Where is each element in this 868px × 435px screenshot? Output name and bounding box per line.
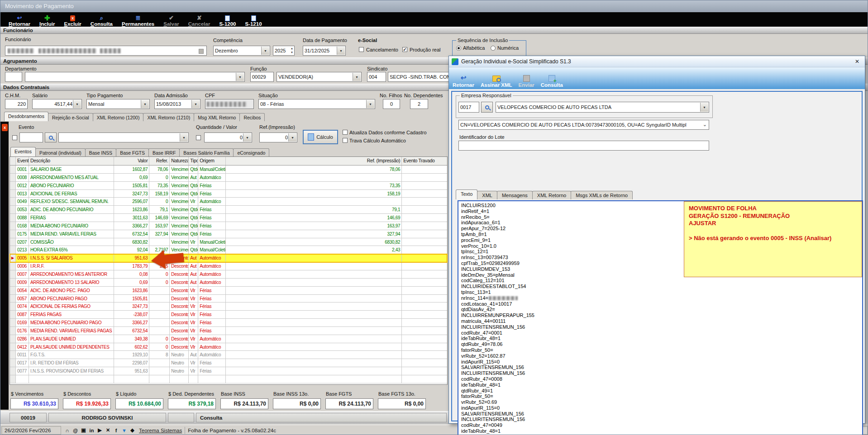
close-icon[interactable]: ✕ (853, 58, 861, 66)
table-row[interactable]: 0049REFLEXO S/DESC. SEMANAL REMUN.2596,0… (10, 198, 447, 206)
calculo-button[interactable]: Cálculo (303, 130, 338, 144)
filter-icon[interactable]: ▼ (121, 427, 128, 434)
table-row[interactable]: 0006I.R.R.F.1783,7927,5DescontoAutAutomá… (10, 262, 447, 270)
trava-label[interactable]: Trava Cálculo Automático (349, 138, 406, 143)
row-selector[interactable] (10, 165, 16, 173)
at-icon[interactable]: @ (72, 427, 79, 434)
table-row[interactable]: 0169MEDIA ABONO PECUNIARIO PAGO3366,27De… (10, 319, 447, 327)
chevron-down-icon[interactable]: ▼ (337, 47, 345, 55)
trava-checkbox[interactable] (343, 138, 348, 143)
funcao-select[interactable]: VENDEDOR(A)▼ (277, 72, 362, 82)
chevron-down-icon[interactable]: ▼ (236, 73, 244, 81)
tab-base-irrf[interactable]: Base IRRF (148, 148, 180, 156)
table-row[interactable]: 0001SALARIO BASE1602,8778,06VencimentoQt… (10, 165, 447, 174)
row-selector[interactable] (10, 359, 16, 367)
alfabetica-label[interactable]: Alfabética (463, 45, 485, 51)
evento-code-field[interactable] (19, 132, 43, 142)
tipo-pagamento-select[interactable]: Mensal▼ (86, 99, 150, 109)
tab-patronal-individual-[interactable]: Patronal (individual) (35, 148, 86, 156)
row-selector[interactable] (10, 287, 16, 294)
empresa-code-field[interactable]: 0017 (458, 102, 479, 113)
table-row[interactable]: 0011F.G.T.S.1929,108NeutroAutAutomático (10, 351, 447, 359)
toolbar-button-permanentes[interactable]: ≣Permanentes (117, 12, 159, 28)
toolbar-button-s-1200[interactable]: S-1200 (215, 12, 240, 28)
table-row[interactable]: 0087FERIAS PAGAS-238,07DescontoVlrFérias (10, 311, 447, 319)
evento-select[interactable]: ▼ (58, 132, 189, 142)
lote-field[interactable] (458, 141, 709, 151)
funcao-code-field[interactable]: 00029 (250, 72, 274, 82)
table-row[interactable]: 0088FERIAS3011,63146,69VencimentoQtdeFér… (10, 214, 447, 222)
table-row[interactable]: 0013ADICIONAL DE FERIAS3247,73158,19Venc… (10, 190, 447, 198)
filhos-field[interactable]: 0 (383, 99, 400, 109)
chm-field[interactable]: 220 (5, 99, 28, 109)
row-selector[interactable] (10, 198, 16, 205)
tab-recibos[interactable]: Recibos (239, 113, 265, 121)
competencia-month-select[interactable]: Dezembro▼ (213, 46, 270, 56)
row-selector[interactable]: ▶ (10, 254, 16, 262)
tab-base-fgts[interactable]: Base FGTS (116, 148, 149, 156)
departamento-select[interactable]: ▼ (25, 72, 245, 82)
tab-xml-retorno-1200-[interactable]: XML Retorno (1200) (93, 113, 144, 121)
chevron-down-icon[interactable]: ⌄ (703, 122, 707, 128)
row-selector[interactable] (10, 295, 16, 303)
row-selector[interactable] (10, 222, 16, 230)
departamento-code-field[interactable] (5, 72, 22, 82)
chevron-down-icon[interactable]: ▼ (73, 100, 81, 108)
row-selector[interactable] (10, 319, 16, 326)
row-selector[interactable] (10, 335, 16, 343)
esocial-tab-xml[interactable]: XML (477, 191, 497, 199)
esocial-tab-msgs-xmls-de-retorno[interactable]: Msgs XMLs de Retorno (571, 191, 633, 199)
row-selector[interactable] (10, 174, 16, 181)
table-row[interactable]: 0175MEDIA REND. VARIAVEL FERIAS6732,5432… (10, 230, 447, 238)
evento-checkbox[interactable] (12, 135, 17, 140)
table-row[interactable]: 0012ABONO PECUNIARIO1505,8173,35Vencimen… (10, 182, 447, 190)
chevron-down-icon[interactable]: ▼ (261, 47, 269, 55)
row-selector[interactable] (10, 190, 16, 198)
row-selector[interactable] (10, 327, 16, 335)
esocial-tab-texto[interactable]: Texto (456, 189, 477, 199)
table-row[interactable]: 0213HORA EXTRA 65%92,042,7197VencimentoQ… (10, 246, 447, 254)
situacao-select[interactable]: 08 - Férias▼ (258, 99, 375, 109)
producao-real-label[interactable]: Produção real (410, 47, 441, 52)
chevron-down-icon[interactable]: ▼ (180, 133, 188, 142)
table-row[interactable]: 0057ABONO PECUNIARIO PAGO1505,81Desconto… (10, 295, 447, 303)
tab-base-inss[interactable]: Base INSS (85, 148, 116, 156)
dependentes-field[interactable]: 2 (410, 99, 428, 109)
table-row[interactable]: 0207COMISSÃO6830,82VencimentoVlrManual/C… (10, 238, 447, 246)
cancelamento-checkbox[interactable] (359, 47, 364, 52)
data-pagamento-select[interactable]: 31/12/2025▼ (303, 46, 346, 56)
x-icon[interactable]: ✕ (105, 427, 111, 434)
alfabetica-radio[interactable] (456, 46, 461, 51)
numerica-label[interactable]: Numérica (497, 45, 519, 51)
row-selector[interactable] (10, 246, 16, 254)
table-row[interactable]: 0077I.N.S.S. PROVISIONADO EM FERIAS951,6… (10, 367, 447, 375)
esocial-tab-mensagens[interactable]: Mensagens (497, 191, 533, 199)
toolbar-button-excluir[interactable]: xExcluir (59, 12, 86, 28)
funcionario-name-field[interactable] (5, 46, 207, 56)
table-row[interactable]: 0074ADICIONAL DE FERIAS PAGO3247,73Desco… (10, 303, 447, 311)
table-row[interactable]: 0007ARREDONDAMENTO MES ANTERIOR0,080Desc… (10, 270, 447, 279)
table-row[interactable]: 0017I.R. RETIDO EM FÉRIAS2298,07NeutroVl… (10, 359, 447, 367)
chevron-down-icon[interactable]: ▼ (700, 103, 708, 112)
facebook-icon[interactable]: f (113, 427, 119, 434)
table-row[interactable]: 0412PLAN.SAUDE UNIMED DEPENDENTES602,620… (10, 343, 447, 351)
table-row[interactable]: 0009ARREDONDAMENTO 13 SALARIO0,690Descon… (10, 279, 447, 287)
chevron-down-icon[interactable]: ▼ (366, 100, 374, 108)
row-selector[interactable] (10, 206, 16, 213)
row-selector[interactable] (10, 262, 16, 270)
row-selector[interactable] (10, 214, 16, 222)
panel-button-assinar-xml[interactable]: Assinar XML (481, 76, 512, 88)
salario-select[interactable]: 4517,44▼ (32, 99, 82, 109)
row-selector[interactable] (10, 343, 16, 351)
quantidade-valor-field[interactable]: 0▼ (204, 132, 252, 142)
tab-xml-retorno-1210-[interactable]: XML Retorno (1210) (143, 113, 194, 121)
table-row[interactable]: 0286PLAN.SAUDE UNIMED349,380DescontoVlrA… (10, 335, 447, 343)
producao-real-checkbox[interactable]: ✓ (402, 47, 407, 52)
table-row[interactable]: 0054ADIC. DE ABONO PEC. PAGO1623,86Desco… (10, 287, 447, 295)
empresa-search-button[interactable] (481, 102, 493, 113)
cancelamento-label[interactable]: Cancelamento (366, 47, 398, 52)
headset-icon[interactable]: ∩ (64, 427, 71, 434)
data-admissao-select[interactable]: 15/08/2013▼ (154, 99, 200, 109)
row-selector[interactable] (10, 367, 16, 375)
tab-econsignado[interactable]: eConsignado (233, 148, 269, 156)
